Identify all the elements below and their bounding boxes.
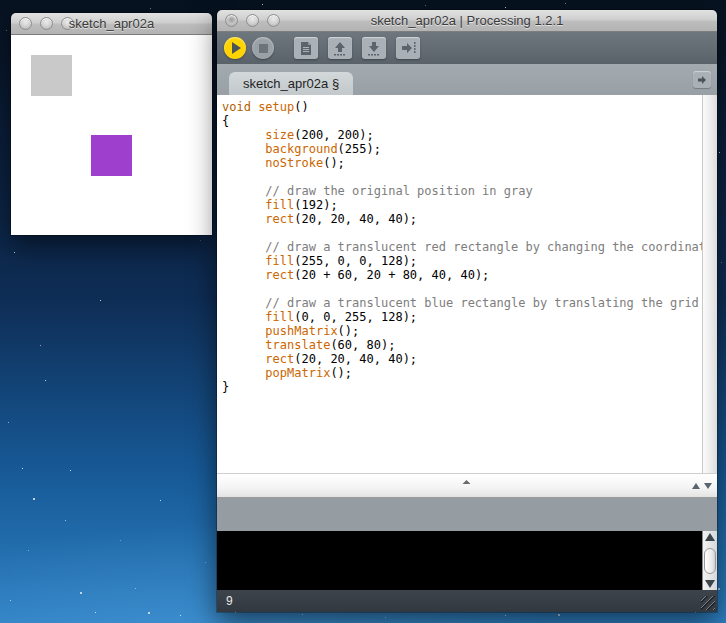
splitter-caret-icon <box>463 480 472 485</box>
code-line: fill(255, 0, 0, 128); <box>222 254 702 268</box>
code-line: rect(20 + 60, 20 + 80, 40, 40); <box>222 268 702 282</box>
code-line: // draw a translucent red rectangle by c… <box>222 240 702 254</box>
scroll-down-icon <box>705 580 715 588</box>
code-line: fill(192); <box>222 198 702 212</box>
sketch-canvas <box>11 35 212 235</box>
open-button[interactable] <box>328 37 352 59</box>
code-line <box>222 282 702 296</box>
code-line: { <box>222 114 702 128</box>
code-line: void setup() <box>222 100 702 114</box>
open-up-arrow-icon <box>333 41 347 56</box>
code-area[interactable]: void setup(){ size(200, 200); background… <box>217 95 702 473</box>
code-editor[interactable]: void setup(){ size(200, 200); background… <box>217 95 717 473</box>
new-sketch-button[interactable] <box>294 37 318 59</box>
console-text <box>217 531 702 590</box>
console <box>217 531 717 590</box>
code-line: rect(20, 20, 40, 40); <box>222 352 702 366</box>
scrollbar-thumb[interactable] <box>704 548 716 574</box>
scroll-down-icon <box>704 483 712 489</box>
code-line: rect(20, 20, 40, 40); <box>222 212 702 226</box>
save-down-arrow-icon <box>367 41 381 56</box>
editor-console-splitter[interactable] <box>217 473 717 498</box>
code-line: translate(60, 80); <box>222 338 702 352</box>
ide-titlebar[interactable]: sketch_apr02a | Processing 1.2.1 <box>217 10 717 32</box>
sketch-output-window: sketch_apr02a <box>11 13 212 235</box>
run-button[interactable] <box>224 37 246 59</box>
tab-bar: sketch_apr02a § <box>217 64 717 95</box>
stop-icon <box>259 44 268 53</box>
tab-sketch-apr02a[interactable]: sketch_apr02a § <box>229 72 353 95</box>
save-button[interactable] <box>362 37 386 59</box>
window-resize-grip[interactable] <box>701 596 715 610</box>
status-bar: 9 <box>217 590 717 612</box>
code-line: noStroke(); <box>222 156 702 170</box>
run-icon <box>232 42 241 54</box>
new-document-icon <box>299 41 313 56</box>
toolbar <box>217 32 717 64</box>
sketch-window-titlebar[interactable]: sketch_apr02a <box>11 13 212 35</box>
scroll-up-icon <box>705 533 715 541</box>
message-area <box>217 498 717 531</box>
scroll-up-icon <box>692 483 700 489</box>
code-line: size(200, 200); <box>222 128 702 142</box>
code-line: } <box>222 380 702 394</box>
export-right-arrow-icon <box>401 41 416 55</box>
current-line-number: 9 <box>226 594 233 608</box>
code-line: // draw the original position in gray <box>222 184 702 198</box>
code-line <box>222 170 702 184</box>
code-line: // draw a translucent blue rectangle by … <box>222 296 702 310</box>
star-field-bright <box>0 0 2 2</box>
code-line <box>222 226 702 240</box>
ide-window-title: sketch_apr02a | Processing 1.2.1 <box>217 13 717 28</box>
purple-square <box>91 135 132 176</box>
tab-label: sketch_apr02a § <box>243 76 339 91</box>
code-line: background(255); <box>222 142 702 156</box>
stop-button[interactable] <box>252 37 274 59</box>
splitter-scroll-arrows[interactable] <box>692 483 712 489</box>
code-line: popMatrix(); <box>222 366 702 380</box>
sketch-window-title: sketch_apr02a <box>11 16 212 31</box>
code-line: pushMatrix(); <box>222 324 702 338</box>
export-button[interactable] <box>396 37 420 59</box>
processing-ide-window: sketch_apr02a | Processing 1.2.1 <box>217 10 717 612</box>
tab-menu-button[interactable] <box>693 71 711 88</box>
gray-square <box>31 55 72 96</box>
code-line: fill(0, 0, 255, 128); <box>222 310 702 324</box>
editor-scrollbar[interactable] <box>702 95 717 473</box>
console-scrollbar[interactable] <box>702 531 717 590</box>
tab-menu-arrow-icon <box>697 75 707 85</box>
